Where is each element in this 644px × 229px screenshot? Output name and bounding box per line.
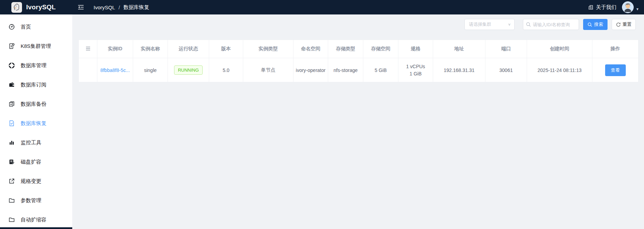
column-header-created-at: 创建时间 <box>527 40 592 58</box>
brand-name: IvorySQL <box>26 3 56 11</box>
cluster-select[interactable]: 请选择集群 ∨ <box>464 19 515 30</box>
reset-button-label: 重置 <box>623 21 632 28</box>
spec-cpu: 1 vCPUs <box>398 63 433 70</box>
restore-file-icon <box>9 120 15 126</box>
sidebar-item-param-manage[interactable]: 参数管理 <box>0 191 72 210</box>
search-input[interactable] <box>533 22 576 27</box>
breadcrumb-separator: / <box>119 4 120 10</box>
sidebar: 首页 K8S集群管理 数据库管理 <box>0 14 72 229</box>
version-cell: 5.0 <box>209 58 243 82</box>
sidebar-item-label: 参数管理 <box>21 197 41 204</box>
storage-type-cell: nfs-storage <box>328 58 363 82</box>
column-header-actions: 操作 <box>592 40 638 58</box>
column-header-instance-type: 实例类型 <box>243 40 293 58</box>
sidebar-item-label: 监控工具 <box>21 139 41 146</box>
search-icon <box>526 22 531 27</box>
column-header-instance-name: 实例名称 <box>133 40 168 58</box>
sidebar-item-db-subscription[interactable]: 数据库订阅 <box>0 75 72 94</box>
sidebar-item-k8s-cluster[interactable]: K8S集群管理 <box>0 37 72 56</box>
disk-expand-icon <box>9 159 15 165</box>
main-content: 请选择集群 ∨ 搜索 重置 <box>72 14 644 229</box>
search-field <box>523 19 579 30</box>
column-header-port: 端口 <box>485 40 527 58</box>
sidebar-item-disk-expand[interactable]: 磁盘扩容 <box>0 152 72 171</box>
column-header-spec: 规格 <box>398 40 433 58</box>
search-button-label: 搜索 <box>594 21 603 28</box>
column-header-status: 运行状态 <box>168 40 209 58</box>
sidebar-item-db-backup[interactable]: 数据库备份 <box>0 94 72 114</box>
namespace-cell: ivory-operator <box>293 58 328 82</box>
sidebar-item-label: 磁盘扩容 <box>21 159 41 165</box>
table-header-row: 实例ID 实例名称 运行状态 版本 实例类型 命名空间 存储类型 存储空间 规格… <box>79 40 638 58</box>
breadcrumb-current: 数据库恢复 <box>124 4 149 11</box>
status-badge: RUNNING <box>174 65 203 75</box>
column-header-version: 版本 <box>209 40 243 58</box>
column-header-storage-size: 存储空间 <box>363 40 398 58</box>
instance-type-cell: 单节点 <box>243 58 293 82</box>
sidebar-item-db-manage[interactable]: 数据库管理 <box>0 56 72 75</box>
sidebar-item-spec-change[interactable]: 规格变更 <box>0 171 72 191</box>
instances-table: 实例ID 实例名称 运行状态 版本 实例类型 命名空间 存储类型 存储空间 规格… <box>78 40 638 82</box>
storage-size-cell: 5 GiB <box>363 58 398 82</box>
sidebar-item-label: 首页 <box>21 24 31 30</box>
column-header-namespace: 命名空间 <box>293 40 328 58</box>
column-header-storage-type: 存储类型 <box>328 40 363 58</box>
sidebar-item-label: 数据库备份 <box>21 101 46 107</box>
building-icon <box>588 5 593 10</box>
cluster-icon <box>9 43 15 49</box>
spec-cell: 1 vCPUs 1 GiB <box>398 58 433 82</box>
sidebar-item-label: 数据库恢复 <box>21 120 46 127</box>
sidebar-item-label: K8S集群管理 <box>21 43 51 50</box>
sidebar-item-autoscale[interactable]: 自动扩缩容 <box>0 210 72 229</box>
column-settings-icon[interactable] <box>86 46 90 51</box>
row-expand-cell <box>79 58 97 82</box>
sidebar-item-label: 自动扩缩容 <box>21 217 46 223</box>
user-avatar[interactable] <box>622 1 634 13</box>
table-row: 8fbba8f8-5c... single RUNNING 5.0 单节点 iv… <box>79 58 638 82</box>
port-cell: 30061 <box>485 58 527 82</box>
search-button[interactable]: 搜索 <box>583 19 608 30</box>
spec-memory: 1 GiB <box>398 70 433 77</box>
instance-name-cell: single <box>133 58 168 82</box>
sidebar-collapse-icon[interactable] <box>78 4 84 10</box>
filter-bar: 请选择集群 ∨ 搜索 重置 <box>464 19 636 30</box>
avatar-caret-icon[interactable]: ▼ <box>636 7 639 11</box>
top-bar: IvorySQL IvorySQL / 数据库恢复 关于我们 ▼ <box>0 0 644 14</box>
subscription-icon <box>9 82 15 88</box>
column-header-address: 地址 <box>433 40 485 58</box>
created-at-cell: 2025-11-24 08:11:13 <box>527 58 592 82</box>
address-cell: 192.168.31.31 <box>433 58 485 82</box>
chevron-down-icon: ∨ <box>508 22 511 26</box>
folder-icon <box>9 217 15 223</box>
sidebar-menu: 首页 K8S集群管理 数据库管理 <box>0 14 72 229</box>
instance-id-link[interactable]: 8fbba8f8-5c... <box>100 67 130 73</box>
sidebar-item-label: 数据库管理 <box>21 62 46 69</box>
about-us-link[interactable]: 关于我们 <box>588 4 616 11</box>
refresh-icon <box>616 22 621 27</box>
sidebar-item-home[interactable]: 首页 <box>0 17 72 37</box>
breadcrumb: IvorySQL / 数据库恢复 <box>94 4 149 11</box>
search-icon <box>588 22 592 27</box>
ivorysql-logo-icon <box>11 2 22 13</box>
instances-table-card: 实例ID 实例名称 运行状态 版本 实例类型 命名空间 存储类型 存储空间 规格… <box>78 40 638 82</box>
sidebar-item-label: 数据库订阅 <box>21 82 46 88</box>
dashboard-icon <box>9 24 15 30</box>
cluster-select-placeholder: 请选择集群 <box>469 21 491 28</box>
monitor-chart-icon <box>9 139 15 146</box>
breadcrumb-root[interactable]: IvorySQL <box>94 4 115 10</box>
reset-button[interactable]: 重置 <box>612 19 636 30</box>
backup-copy-icon <box>9 101 15 107</box>
view-button[interactable]: 查看 <box>605 64 626 76</box>
sidebar-item-db-restore[interactable]: 数据库恢复 <box>0 114 72 133</box>
sidebar-item-monitor-tools[interactable]: 监控工具 <box>0 133 72 152</box>
folder-icon <box>9 197 15 204</box>
sidebar-item-label: 规格变更 <box>21 178 41 185</box>
about-us-label: 关于我们 <box>596 4 616 11</box>
database-manage-icon <box>9 62 15 69</box>
brand: IvorySQL <box>0 2 72 13</box>
column-header-instance-id: 实例ID <box>97 40 133 58</box>
spec-change-icon <box>9 178 15 184</box>
